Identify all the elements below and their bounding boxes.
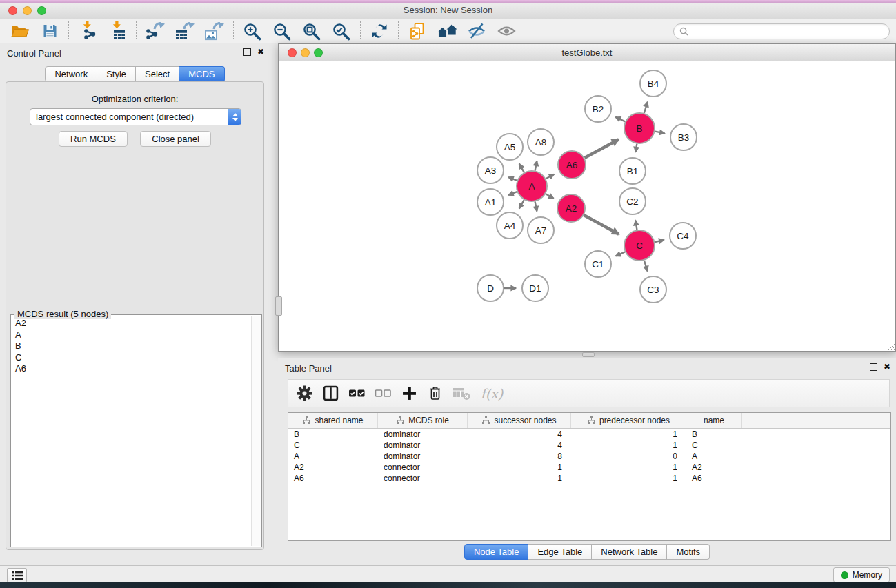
graph-node-B2[interactable]: B2 bbox=[585, 96, 611, 122]
table-row[interactable]: Adominator80A bbox=[288, 451, 890, 462]
mcds-result-item[interactable]: A bbox=[11, 330, 251, 341]
zoom-selected-icon[interactable] bbox=[329, 21, 354, 41]
bottom-splitter-grip[interactable] bbox=[582, 352, 595, 357]
import-table-icon[interactable] bbox=[105, 21, 130, 41]
table-row[interactable]: A6connector11A6 bbox=[288, 473, 890, 484]
close-panel-button[interactable]: Close panel bbox=[140, 131, 211, 147]
column-header-predecessor-nodes[interactable]: predecessor nodes bbox=[571, 413, 686, 428]
graph-node-A4[interactable]: A4 bbox=[497, 212, 523, 239]
home-icon[interactable] bbox=[435, 21, 459, 41]
close-table-panel-icon[interactable]: ✖ bbox=[884, 363, 890, 371]
graph-node-C2[interactable]: C2 bbox=[619, 188, 646, 214]
resize-grip-icon[interactable] bbox=[887, 343, 895, 351]
mcds-result-item[interactable]: A6 bbox=[11, 363, 251, 375]
select-all-icon[interactable] bbox=[346, 383, 367, 405]
tab-node-table[interactable]: Node Table bbox=[464, 544, 529, 560]
result-scrollbar[interactable] bbox=[251, 316, 261, 546]
graph-node-A7[interactable]: A7 bbox=[528, 217, 554, 243]
search-box[interactable] bbox=[673, 23, 890, 39]
show-graphics-details-icon[interactable] bbox=[494, 21, 519, 41]
save-session-icon[interactable] bbox=[37, 21, 62, 41]
zoom-in-icon[interactable] bbox=[240, 21, 265, 41]
graph-edge-A-A8[interactable] bbox=[535, 161, 537, 170]
tab-select[interactable]: Select bbox=[136, 66, 179, 82]
graph-edge-C-C1[interactable] bbox=[616, 252, 626, 256]
graph-edge-A-A6[interactable] bbox=[546, 174, 554, 179]
float-table-panel-icon[interactable] bbox=[870, 363, 877, 371]
table-row[interactable]: Bdominator41B bbox=[288, 429, 890, 440]
column-header-successor-nodes[interactable]: successor nodes bbox=[468, 413, 571, 428]
network-window-titlebar[interactable]: testGlobe.txt bbox=[279, 44, 895, 61]
export-image-icon[interactable] bbox=[202, 21, 227, 41]
zoom-out-icon[interactable] bbox=[270, 21, 295, 41]
columns-icon[interactable] bbox=[320, 383, 341, 405]
tab-network-table[interactable]: Network Table bbox=[592, 544, 667, 560]
mcds-result-item[interactable]: C bbox=[11, 352, 251, 364]
delete-columns-icon[interactable] bbox=[425, 383, 446, 405]
open-session-icon[interactable] bbox=[8, 21, 32, 41]
graph-node-A6[interactable]: A6 bbox=[558, 151, 586, 179]
float-panel-icon[interactable] bbox=[243, 48, 251, 56]
graph-edge-C-C4[interactable] bbox=[655, 240, 664, 242]
graph-edge-B-B1[interactable] bbox=[636, 144, 637, 152]
graph-node-A2[interactable]: A2 bbox=[557, 194, 585, 222]
tab-style[interactable]: Style bbox=[97, 66, 136, 82]
column-header-MCDS-role[interactable]: MCDS role bbox=[378, 413, 468, 428]
optimization-select[interactable]: largest connected component (directed) bbox=[30, 108, 241, 125]
graph-node-D[interactable]: D bbox=[477, 275, 504, 301]
export-table-icon[interactable] bbox=[172, 21, 197, 41]
graph-node-C[interactable]: C bbox=[624, 230, 655, 261]
graph-node-A5[interactable]: A5 bbox=[497, 134, 523, 160]
graph-edge-A2-C[interactable] bbox=[584, 215, 619, 234]
column-header-name[interactable]: name bbox=[686, 413, 742, 428]
column-header-shared-name[interactable]: shared name bbox=[288, 413, 378, 428]
graph-edge-A-A5[interactable] bbox=[519, 163, 524, 172]
graph-edge-C-C3[interactable] bbox=[644, 261, 648, 271]
create-column-icon[interactable] bbox=[399, 383, 419, 405]
network-canvas[interactable]: AA1A2A3A4A5A6A7A8BB1B2B3B4CC1C2C3C4DD1 bbox=[279, 61, 895, 350]
graph-node-A3[interactable]: A3 bbox=[477, 157, 504, 183]
delete-table-icon[interactable] bbox=[451, 383, 472, 405]
graph-edge-A6-B[interactable] bbox=[585, 139, 619, 158]
graph-node-B[interactable]: B bbox=[624, 113, 655, 143]
graph-edge-A-A3[interactable] bbox=[508, 177, 517, 181]
graph-edge-A-A2[interactable] bbox=[546, 194, 554, 199]
export-network-icon[interactable] bbox=[143, 21, 168, 41]
graph-node-B1[interactable]: B1 bbox=[619, 158, 646, 184]
mcds-result-item[interactable]: B bbox=[11, 341, 251, 352]
duplicate-network-icon[interactable] bbox=[405, 21, 430, 41]
hide-graphics-details-icon[interactable] bbox=[464, 21, 489, 41]
graph-node-C1[interactable]: C1 bbox=[585, 251, 611, 277]
graph-node-C4[interactable]: C4 bbox=[670, 223, 696, 249]
graph-edge-B-B2[interactable] bbox=[615, 117, 625, 122]
run-mcds-button[interactable]: Run MCDS bbox=[59, 131, 128, 147]
graph-edge-A-A4[interactable] bbox=[519, 200, 524, 209]
apply-function-icon[interactable]: f(x) bbox=[477, 383, 506, 405]
search-input[interactable] bbox=[692, 26, 884, 37]
tab-network[interactable]: Network bbox=[45, 66, 97, 82]
graph-edge-A-A7[interactable] bbox=[535, 202, 537, 212]
import-network-icon[interactable] bbox=[75, 21, 100, 41]
graph-node-D1[interactable]: D1 bbox=[522, 275, 548, 301]
table-row[interactable]: Cdominator41C bbox=[288, 440, 890, 451]
graph-edge-B-B4[interactable] bbox=[644, 102, 648, 113]
graph-node-A[interactable]: A bbox=[517, 171, 547, 201]
memory-button[interactable]: Memory bbox=[833, 567, 890, 582]
settings-icon[interactable] bbox=[294, 383, 315, 405]
task-history-button[interactable] bbox=[7, 568, 27, 582]
mcds-result-item[interactable]: A2 bbox=[11, 318, 251, 330]
close-panel-icon[interactable]: ✖ bbox=[257, 48, 264, 56]
table-row[interactable]: A2connector11A2 bbox=[288, 462, 890, 473]
graph-node-A8[interactable]: A8 bbox=[528, 129, 554, 155]
graph-edge-B-B3[interactable] bbox=[655, 132, 665, 134]
graph-node-B3[interactable]: B3 bbox=[670, 124, 697, 150]
splitter-grip[interactable] bbox=[275, 296, 282, 316]
graph-edge-C-C2[interactable] bbox=[635, 221, 637, 230]
tab-motifs[interactable]: Motifs bbox=[667, 544, 710, 560]
deselect-all-icon[interactable] bbox=[372, 383, 393, 405]
refresh-icon[interactable] bbox=[367, 21, 392, 41]
graph-node-B4[interactable]: B4 bbox=[640, 70, 666, 97]
graph-node-C3[interactable]: C3 bbox=[640, 276, 666, 303]
tab-edge-table[interactable]: Edge Table bbox=[528, 544, 592, 560]
graph-edge-A-A1[interactable] bbox=[508, 192, 517, 195]
